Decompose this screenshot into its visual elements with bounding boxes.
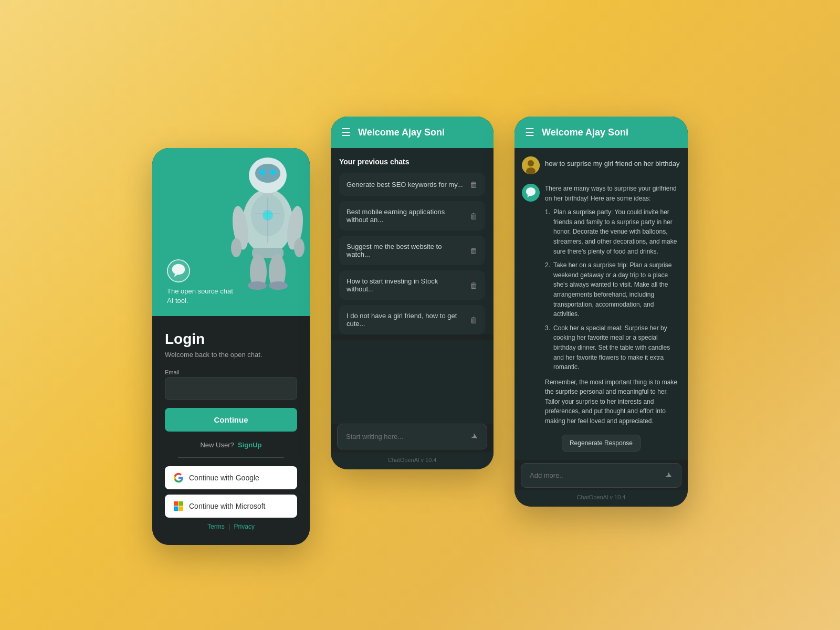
chat-item-text: Best mobile earning applications without…: [346, 208, 465, 224]
hamburger-menu-icon[interactable]: ☰: [341, 126, 351, 139]
chatlist-header-title: Welcome Ajay Soni: [358, 127, 445, 138]
chat-item[interactable]: I do not have a girl friend, how to get …: [339, 305, 485, 334]
regenerate-button[interactable]: Regenerate Response: [562, 435, 640, 452]
svg-point-26: [528, 160, 534, 166]
divider: [178, 457, 284, 458]
robot-image: [226, 148, 310, 290]
delete-chat-icon[interactable]: 🗑: [470, 316, 478, 324]
user-avatar: [522, 156, 540, 174]
chatview-version-label: ChatOpenAl v 10.4: [514, 490, 688, 507]
user-avatar-img: [522, 156, 540, 174]
add-more-area: ➤: [521, 463, 681, 488]
google-icon: [173, 472, 184, 483]
email-label: Email: [165, 369, 297, 375]
login-body: Login Welcome back to the open chat. Ema…: [152, 316, 310, 545]
chat-item[interactable]: Generate best SEO keywords for my... 🗑: [339, 173, 485, 196]
version-label: ChatOpenAl v 10.4: [331, 453, 494, 469]
privacy-link[interactable]: Privacy: [234, 523, 255, 530]
chat-input[interactable]: [346, 433, 471, 440]
svg-point-10: [294, 238, 304, 257]
chat-item-text: How to start investing in Stock without.…: [346, 277, 465, 293]
microsoft-icon: [173, 501, 184, 511]
login-subtitle: Welcome back to the open chat.: [165, 351, 297, 359]
ai-avatar: [522, 184, 540, 202]
ai-list-item: Cook her a special meal: Surprise her by…: [545, 323, 680, 372]
chat-item[interactable]: How to start investing in Stock without.…: [339, 270, 485, 300]
svg-rect-21: [174, 501, 178, 506]
chatview-header-title: Welcome Ajay Soni: [542, 127, 628, 138]
chat-item[interactable]: Best mobile earning applications without…: [339, 201, 485, 230]
login-title: Login: [165, 331, 297, 348]
app-logo: [167, 259, 190, 282]
microsoft-btn-label: Continue with Microsoft: [189, 502, 266, 510]
chatview-header: ☰ Welcome Ajay Soni: [514, 117, 688, 148]
ai-list-item: Plan a surprise party: You could invite …: [545, 207, 680, 256]
app-tagline: The open source chat AI tool.: [167, 287, 235, 306]
chat-item-text: Generate best SEO keywords for my...: [346, 181, 465, 188]
svg-rect-22: [178, 501, 183, 506]
chatview-screen: ☰ Welcome Ajay Soni how to surprise my g…: [514, 117, 688, 507]
svg-point-4: [255, 164, 280, 183]
ai-message-intro: There are many ways to surprise your gir…: [545, 184, 680, 203]
terms-row: Terms | Privacy: [165, 523, 297, 532]
chatlist-body: Your previous chats Generate best SEO ke…: [331, 148, 494, 334]
user-message-text: how to surprise my girl friend on her bi…: [545, 156, 680, 167]
delete-chat-icon[interactable]: 🗑: [470, 246, 478, 255]
chatlist-screen: ☰ Welcome Ajay Soni Your previous chats …: [331, 117, 494, 469]
svg-point-8: [231, 238, 242, 257]
add-more-input[interactable]: [530, 471, 666, 479]
ai-list-item: Take her on a surprise trip: Plan a surp…: [545, 260, 680, 319]
ai-message-closing: Remember, the most important thing is to…: [545, 377, 680, 426]
new-user-text: New User?: [200, 441, 234, 449]
svg-point-5: [260, 170, 265, 175]
chatlist-input-area: ➤: [337, 424, 487, 449]
chatlist-empty-space: [331, 340, 494, 424]
chat-item-text: Suggest me the best website to watch...: [346, 243, 465, 258]
svg-point-6: [270, 170, 276, 175]
delete-chat-icon[interactable]: 🗑: [470, 212, 478, 220]
chat-item[interactable]: Suggest me the best website to watch... …: [339, 236, 485, 265]
svg-point-15: [269, 281, 288, 290]
continue-button[interactable]: Continue: [165, 408, 297, 432]
google-login-button[interactable]: Continue with Google: [165, 466, 297, 489]
new-user-row: New User? SignUp: [165, 441, 297, 449]
terms-link[interactable]: Terms: [207, 523, 225, 530]
ai-logo-icon: [523, 185, 538, 200]
chatlist-header: ☰ Welcome Ajay Soni: [331, 117, 494, 148]
login-top-section: The open source chat AI tool.: [152, 148, 310, 316]
delete-chat-icon[interactable]: 🗑: [470, 180, 478, 189]
email-input[interactable]: [165, 377, 297, 400]
terms-separator: |: [228, 523, 230, 530]
delete-chat-icon[interactable]: 🗑: [470, 281, 478, 290]
microsoft-login-button[interactable]: Continue with Microsoft: [165, 495, 297, 518]
svg-rect-23: [174, 506, 178, 511]
hamburger-menu-icon[interactable]: ☰: [525, 126, 534, 139]
google-btn-label: Continue with Google: [189, 474, 259, 482]
chat-item-text: I do not have a girl friend, how to get …: [346, 312, 465, 328]
chat-message-area: how to surprise my girl friend on her bi…: [514, 148, 688, 460]
svg-rect-24: [178, 506, 183, 511]
ai-message-row: There are many ways to surprise your gir…: [522, 184, 680, 426]
ai-message-list: Plan a surprise party: You could invite …: [545, 207, 680, 372]
user-message-row: how to surprise my girl friend on her bi…: [522, 156, 680, 174]
signup-link[interactable]: SignUp: [238, 441, 262, 449]
svg-point-14: [248, 281, 267, 290]
login-screen: The open source chat AI tool. Login Welc…: [152, 148, 310, 545]
ai-message-content: There are many ways to surprise your gir…: [545, 184, 680, 426]
prev-chats-label: Your previous chats: [339, 158, 485, 166]
